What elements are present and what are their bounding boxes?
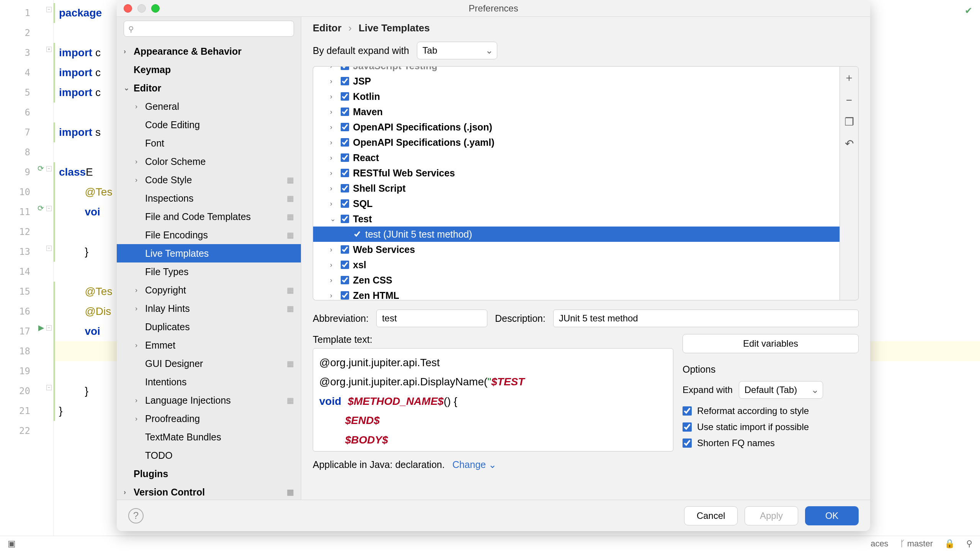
template-checkbox[interactable]	[341, 169, 349, 177]
search-icon[interactable]: ⚲	[966, 539, 972, 549]
template-item[interactable]: ›Zen HTML	[313, 288, 840, 300]
template-item[interactable]: ›Kotlin	[313, 89, 840, 104]
sidebar-item-inlay-hints[interactable]: Inlay Hints▦	[117, 299, 301, 318]
template-item[interactable]: test (JUnit 5 test method)	[313, 227, 840, 242]
inspection-ok-icon[interactable]: ✔	[965, 5, 972, 16]
apply-button[interactable]: Apply	[745, 506, 798, 525]
settings-search-input[interactable]	[124, 21, 294, 37]
template-checkbox[interactable]	[341, 92, 349, 101]
option-reformat[interactable]: Reformat according to style	[683, 406, 859, 416]
option-static-import-checkbox[interactable]	[683, 422, 692, 432]
run-test-icon[interactable]: ▶	[38, 323, 44, 332]
abbreviation-input[interactable]	[376, 310, 487, 327]
lock-icon[interactable]: 🔒	[944, 539, 955, 549]
template-checkbox[interactable]	[341, 276, 349, 284]
sidebar-item-keymap[interactable]: Keymap	[117, 60, 301, 79]
rerun-test-icon[interactable]: ⟳	[38, 164, 44, 173]
template-item[interactable]: ›Shell Script	[313, 181, 840, 196]
status-spaces[interactable]: aces	[871, 539, 888, 549]
sidebar-item-font[interactable]: Font	[117, 134, 301, 152]
template-checkbox[interactable]	[341, 138, 349, 147]
template-checkbox[interactable]	[341, 153, 349, 162]
option-shorten-fq[interactable]: Shorten FQ names	[683, 438, 859, 448]
template-checkbox[interactable]	[341, 108, 349, 116]
template-checkbox[interactable]	[341, 199, 349, 208]
ok-button[interactable]: OK	[805, 506, 859, 525]
remove-template-icon[interactable]: −	[846, 94, 852, 106]
template-item[interactable]: ›JSP	[313, 73, 840, 89]
fold-toggle-icon[interactable]: −	[46, 206, 52, 211]
fold-toggle-icon[interactable]: −	[46, 166, 52, 171]
sidebar-item-textmate-bundles[interactable]: TextMate Bundles	[117, 428, 301, 446]
sidebar-item-appearance-behavior[interactable]: Appearance & Behavior	[117, 42, 301, 60]
sidebar-item-file-and-code-templates[interactable]: File and Code Templates▦	[117, 207, 301, 226]
template-item[interactable]: ›JavaScript Testing	[313, 66, 840, 73]
duplicate-template-icon[interactable]: ❐	[844, 116, 854, 128]
template-checkbox[interactable]	[341, 215, 349, 223]
help-button[interactable]: ?	[128, 508, 144, 523]
sidebar-item-editor[interactable]: Editor	[117, 79, 301, 97]
expand-with-combo[interactable]: Default (Tab) ⌄	[739, 381, 823, 399]
settings-tree[interactable]: Appearance & BehaviorKeymapEditorGeneral…	[117, 42, 301, 500]
expand-default-combo[interactable]: Tab ⌄	[417, 42, 497, 59]
sidebar-item-language-injections[interactable]: Language Injections▦	[117, 391, 301, 409]
rerun-test-icon[interactable]: ⟳	[38, 204, 44, 213]
sidebar-item-version-control[interactable]: Version Control▦	[117, 483, 301, 500]
sidebar-item-duplicates[interactable]: Duplicates	[117, 318, 301, 336]
template-checkbox[interactable]	[341, 184, 349, 192]
fold-toggle-icon[interactable]: −	[46, 246, 52, 251]
description-input[interactable]	[553, 310, 859, 327]
sidebar-item-general[interactable]: General	[117, 97, 301, 116]
git-branch[interactable]: ᚴ master	[900, 539, 933, 549]
sidebar-item-file-encodings[interactable]: File Encodings▦	[117, 226, 301, 244]
templates-tree[interactable]: ›JavaScript Testing›JSP›Kotlin›Maven›Ope…	[313, 66, 840, 300]
template-item[interactable]: ›SQL	[313, 196, 840, 211]
change-context-link[interactable]: Change ⌄	[452, 459, 497, 470]
add-template-icon[interactable]: ＋	[844, 70, 854, 85]
sidebar-item-color-scheme[interactable]: Color Scheme	[117, 152, 301, 171]
template-item[interactable]: ›OpenAPI Specifications (.json)	[313, 119, 840, 135]
template-checkbox[interactable]	[341, 123, 349, 131]
sidebar-item-file-types[interactable]: File Types	[117, 262, 301, 281]
edit-variables-button[interactable]: Edit variables	[683, 334, 859, 353]
fold-toggle-icon[interactable]: +	[46, 47, 52, 52]
option-static-import[interactable]: Use static import if possible	[683, 422, 859, 432]
sidebar-item-live-templates[interactable]: Live Templates	[117, 244, 301, 262]
breadcrumb-editor[interactable]: Editor	[313, 22, 341, 34]
template-checkbox[interactable]	[341, 261, 349, 269]
template-item[interactable]: ›xsl	[313, 257, 840, 272]
fold-toggle-icon[interactable]: −	[46, 7, 52, 12]
sidebar-item-proofreading[interactable]: Proofreading	[117, 409, 301, 428]
undo-icon[interactable]: ↶	[845, 137, 854, 150]
sidebar-item-code-style[interactable]: Code Style▦	[117, 171, 301, 189]
option-shorten-fq-checkbox[interactable]	[683, 439, 692, 448]
sidebar-item-copyright[interactable]: Copyright▦	[117, 281, 301, 299]
sidebar-item-emmet[interactable]: Emmet	[117, 336, 301, 354]
option-reformat-checkbox[interactable]	[683, 406, 692, 416]
sidebar-item-code-editing[interactable]: Code Editing	[117, 116, 301, 134]
template-checkbox[interactable]	[341, 66, 349, 70]
cancel-button[interactable]: Cancel	[684, 506, 738, 525]
template-item[interactable]: ›RESTful Web Services	[313, 165, 840, 181]
template-item[interactable]: ›OpenAPI Specifications (.yaml)	[313, 135, 840, 150]
close-window-icon[interactable]	[124, 4, 132, 13]
template-item[interactable]: ›Maven	[313, 104, 840, 119]
sidebar-item-intentions[interactable]: Intentions	[117, 373, 301, 391]
template-checkbox[interactable]	[353, 230, 361, 238]
zoom-window-icon[interactable]	[151, 4, 160, 13]
template-item[interactable]: ›React	[313, 150, 840, 165]
template-checkbox[interactable]	[341, 245, 349, 254]
template-checkbox[interactable]	[341, 77, 349, 85]
template-text-editor[interactable]: @org.junit.jupiter.api.Test @org.junit.j…	[313, 348, 673, 452]
fold-toggle-icon[interactable]: −	[46, 385, 52, 390]
template-checkbox[interactable]	[341, 291, 349, 300]
sidebar-item-todo[interactable]: TODO	[117, 446, 301, 465]
fold-toggle-icon[interactable]: −	[46, 325, 52, 331]
sidebar-item-gui-designer[interactable]: GUI Designer▦	[117, 354, 301, 373]
template-item[interactable]: ›Zen CSS	[313, 272, 840, 288]
sidebar-item-inspections[interactable]: Inspections▦	[117, 189, 301, 207]
template-item[interactable]: ›Web Services	[313, 242, 840, 257]
sidebar-item-plugins[interactable]: Plugins	[117, 465, 301, 483]
template-item[interactable]: ⌄Test	[313, 211, 840, 227]
tool-window-icon[interactable]: ▣	[8, 539, 16, 549]
